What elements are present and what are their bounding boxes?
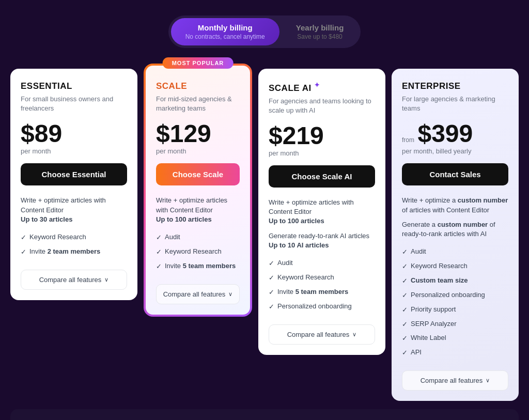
scale-ai-ai-articles-limit: Up to 10 AI articles [269, 241, 329, 249]
list-item: ✓Keyword Research [156, 245, 240, 259]
check-icon: ✓ [156, 262, 162, 271]
essential-amount: $89 [21, 120, 62, 147]
scale-plan-name: SCALE [156, 81, 240, 91]
scale-ai-plan-price: $219 per month [269, 123, 375, 157]
enterprise-period: per month, billed yearly [402, 147, 508, 155]
check-icon: ✓ [269, 303, 274, 312]
check-icon: ✓ [402, 277, 408, 286]
list-item: ✓Invite 2 team members [21, 245, 127, 259]
chevron-down-icon: ∨ [486, 377, 490, 384]
scale-ai-compare-label: Compare all features [287, 331, 350, 338]
check-icon: ✓ [156, 248, 162, 257]
list-item: ✓Audit [156, 230, 240, 245]
essential-features-header: Write + optimize articles with Content E… [21, 196, 127, 224]
check-icon: ✓ [402, 320, 408, 329]
list-item: ✓Audit [402, 245, 508, 259]
list-item: ✓Keyword Research [21, 230, 127, 245]
plans-container: ESSENTIAL For small business owners and … [10, 69, 519, 401]
check-icon: ✓ [402, 248, 408, 257]
scale-period: per month [156, 147, 240, 155]
list-item: ✓Keyword Research [269, 271, 375, 285]
chevron-down-icon: ∨ [104, 276, 108, 283]
scale-ai-name-text: SCALE AI [269, 83, 312, 93]
scale-plan-price: $129 per month [156, 121, 240, 155]
scale-ai-feature-list: ✓Audit ✓Keyword Research ✓Invite 5 team … [269, 256, 375, 314]
enterprise-plan-price: from $399 per month, billed yearly [402, 121, 508, 155]
enterprise-compare-button[interactable]: Compare all features ∨ [402, 370, 508, 391]
chevron-down-icon: ∨ [352, 331, 356, 338]
enterprise-features-header2: Generate a custom number of ready-to-ran… [402, 220, 508, 239]
scale-choose-button[interactable]: Choose Scale [156, 163, 240, 185]
list-item: ✓White Label [402, 331, 508, 346]
scale-articles-limit: Up to 100 articles [156, 215, 212, 223]
check-icon: ✓ [402, 349, 408, 357]
plan-scale-ai: SCALE AI ✦ For agencies and teams lookin… [258, 69, 385, 355]
most-popular-badge: MOST POPULAR [163, 57, 234, 69]
billing-toggle-inner: Monthly billing No contracts, cancel any… [168, 15, 361, 48]
essential-choose-button[interactable]: Choose Essential [21, 163, 127, 185]
scale-ai-compare-button[interactable]: Compare all features ∨ [269, 324, 375, 345]
enterprise-feature-list: ✓Audit ✓Keyword Research ✓Custom team si… [402, 245, 508, 360]
check-icon: ✓ [402, 262, 408, 271]
enterprise-plan-description: For large agencies & marketing teams [402, 95, 508, 113]
scale-ai-articles-limit: Up to 100 articles [269, 217, 324, 225]
list-item: ✓Invite 5 team members [269, 285, 375, 300]
scale-ai-period: per month [269, 149, 375, 157]
check-icon: ✓ [156, 234, 162, 242]
check-icon: ✓ [21, 248, 26, 257]
essential-plan-price: $89 per month [21, 121, 127, 155]
scale-ai-amount: $219 [269, 122, 324, 149]
ai-badge: ✦ [314, 81, 320, 89]
monthly-billing-option[interactable]: Monthly billing No contracts, cancel any… [171, 18, 279, 45]
list-item: ✓Personalized onboarding [269, 300, 375, 314]
check-icon: ✓ [269, 288, 274, 297]
enterprise-contact-button[interactable]: Contact Sales [402, 163, 508, 185]
check-icon: ✓ [402, 306, 408, 315]
enterprise-from-label: from [402, 136, 414, 144]
scale-ai-plan-description: For agencies and teams looking to scale … [269, 97, 375, 115]
scale-ai-features-header: Write + optimize articles with Content E… [269, 198, 375, 226]
scale-features-header: Write + optimize articles with Content E… [156, 196, 240, 224]
scale-compare-label: Compare all features [163, 290, 226, 298]
yearly-billing-option[interactable]: Yearly billing Save up to $480 [282, 18, 359, 45]
yearly-label: Yearly billing [296, 23, 344, 32]
list-item: ✓SERP Analyzer [402, 317, 508, 332]
essential-plan-description: For small business owners and freelancer… [21, 95, 127, 113]
monthly-label: Monthly billing [185, 23, 265, 32]
check-icon: ✓ [21, 234, 26, 242]
check-icon: ✓ [402, 291, 408, 300]
list-item: ✓Priority support [402, 303, 508, 317]
essential-plan-name: ESSENTIAL [21, 81, 127, 91]
enterprise-features-header: Write + optimize a custom number of arti… [402, 196, 508, 214]
plan-essential: ESSENTIAL For small business owners and … [10, 69, 137, 300]
check-icon: ✓ [402, 334, 408, 343]
monthly-sublabel: No contracts, cancel anytime [185, 33, 265, 40]
scale-ai-features-header2: Generate ready-to-rank AI articles Up to… [269, 231, 375, 250]
list-item: ✓Custom team size [402, 274, 508, 288]
check-icon: ✓ [269, 274, 274, 283]
enterprise-compare-label: Compare all features [421, 377, 483, 384]
essential-compare-button[interactable]: Compare all features ∨ [21, 270, 127, 290]
scale-compare-button[interactable]: Compare all features ∨ [156, 284, 240, 304]
chevron-down-icon: ∨ [228, 291, 232, 298]
enterprise-amount: $399 [417, 120, 473, 147]
essential-period: per month [21, 147, 127, 155]
plan-scale: MOST POPULAR SCALE For mid-sized agencie… [145, 65, 251, 316]
plan-enterprise: ENTERPRISE For large agencies & marketin… [392, 69, 519, 401]
scale-ai-plan-name: SCALE AI ✦ [269, 81, 375, 94]
check-icon: ✓ [269, 259, 274, 268]
scale-feature-list: ✓Audit ✓Keyword Research ✓Invite 5 team … [156, 230, 240, 274]
list-item: ✓Keyword Research [402, 259, 508, 274]
list-item: ✓Invite 5 team members [156, 259, 240, 274]
list-item: ✓Audit [269, 256, 375, 271]
billing-toggle: Monthly billing No contracts, cancel any… [10, 15, 519, 48]
scale-ai-choose-button[interactable]: Choose Scale AI [269, 165, 375, 188]
scale-amount: $129 [156, 120, 211, 147]
essential-articles-limit: Up to 30 articles [21, 215, 72, 223]
yearly-sublabel: Save up to $480 [296, 33, 344, 40]
essential-compare-label: Compare all features [39, 276, 102, 284]
scale-plan-description: For mid-sized agencies & marketing teams [156, 95, 240, 113]
list-item: ✓API [402, 346, 508, 360]
list-item: ✓Personalized onboarding [402, 288, 508, 303]
plan-scale-wrapper: MOST POPULAR SCALE For mid-sized agencie… [144, 64, 252, 317]
